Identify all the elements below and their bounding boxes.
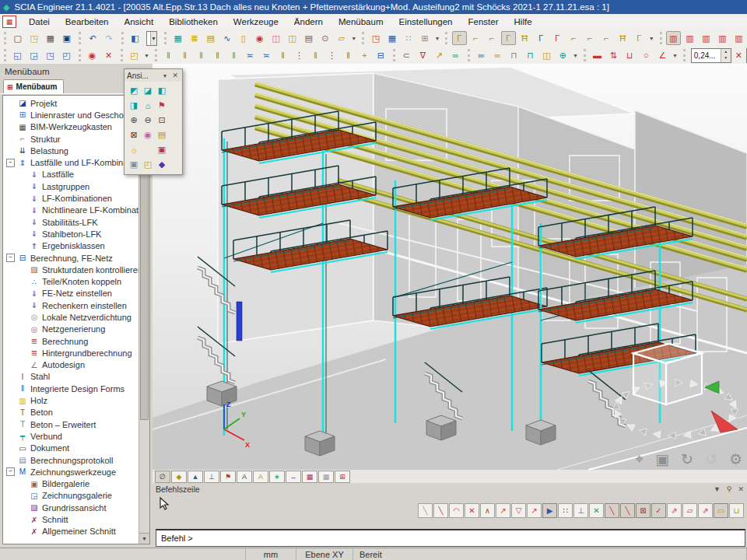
tree-item[interactable]: − ⇊ Belastung: [3, 145, 139, 156]
viewport-tool-button[interactable]: ▣: [655, 450, 669, 468]
toolbar-button[interactable]: ∿: [219, 31, 234, 45]
toolbar-grip[interactable]: [121, 32, 124, 44]
dropdown-caret[interactable]: ▼: [144, 53, 149, 58]
tree-expander[interactable]: −: [6, 254, 15, 262]
view-setting-button[interactable]: A: [253, 471, 268, 483]
status-units[interactable]: mm: [246, 548, 296, 560]
view-setting-button[interactable]: ▦: [318, 471, 334, 483]
view-setting-button[interactable]: ▦: [302, 471, 317, 483]
toolbar-button[interactable]: ▤: [301, 31, 316, 45]
spinner-buttons[interactable]: ▲▼: [721, 49, 731, 62]
toolbar-button[interactable]: ▦: [170, 31, 185, 45]
menu-item[interactable]: Ändern: [286, 14, 331, 30]
view-tool-button[interactable]: ◰: [142, 158, 154, 171]
toolbar-button[interactable]: ▢: [10, 31, 25, 45]
toolbar-grip[interactable]: [4, 32, 6, 44]
toolbar-button[interactable]: ↶: [86, 31, 100, 45]
tree-item[interactable]: − I Stahl: [3, 371, 139, 383]
toolbar-button[interactable]: ↗: [432, 48, 447, 62]
toolbar-grip[interactable]: [121, 49, 123, 61]
toolbar-button[interactable]: ◱: [10, 48, 25, 62]
tree-item[interactable]: − ▭ Dokument: [3, 443, 139, 454]
toolbar-button[interactable]: ⊞: [418, 31, 433, 45]
toolbar-button[interactable]: ⌐: [599, 31, 614, 45]
tree-item[interactable]: − ✗ Allgemeiner Schnitt: [3, 526, 139, 537]
toolbar-button[interactable]: ‖: [194, 48, 209, 62]
view-tool-button[interactable]: ⊡: [156, 114, 168, 127]
view-tool-button[interactable]: ⌂: [142, 99, 154, 112]
toolbar-button[interactable]: Γ: [501, 31, 516, 45]
snap-mode-button[interactable]: ▱: [682, 503, 697, 518]
menu-item[interactable]: Bearbeiten: [58, 14, 117, 30]
toolbar-button[interactable]: ‖: [210, 48, 225, 62]
snap-mode-button[interactable]: ◠: [449, 503, 464, 518]
toolbar-button[interactable]: ⊔: [622, 48, 637, 62]
toolbar-button[interactable]: ◰: [59, 48, 74, 62]
snap-mode-button[interactable]: ∧: [480, 503, 495, 518]
toolbar-grip[interactable]: [584, 49, 586, 61]
command-panel-header[interactable]: Befehlszeile ▼ ⚲ ✕: [153, 483, 747, 495]
toolbar-button[interactable]: ▦: [43, 31, 58, 45]
view-tool-button[interactable]: ☼: [128, 143, 140, 156]
view-tool-button[interactable]: ▤: [156, 128, 168, 142]
tree-item[interactable]: − ≣ Berechnung: [3, 335, 139, 347]
toolbar-button[interactable]: ⌐: [468, 31, 483, 45]
pin-icon[interactable]: ⚲: [727, 485, 732, 493]
toolbar-button[interactable]: ◫: [268, 31, 283, 45]
toolbar-button[interactable]: ∞: [490, 48, 505, 62]
tree-item[interactable]: − ✗ Schnitt: [3, 513, 139, 525]
view-setting-button[interactable]: A: [237, 471, 252, 483]
toolbar-grip[interactable]: [660, 32, 662, 44]
3d-viewport[interactable]: Z Y X ⌖▣↻↺⚙: [153, 64, 747, 470]
menu-item[interactable]: Menübaum: [331, 14, 391, 30]
toolbar-button[interactable]: ⊂: [399, 48, 414, 62]
offset-spinner[interactable]: 0,24... ▲▼: [691, 48, 731, 63]
snap-mode-button[interactable]: ⊠: [636, 503, 651, 518]
view-tool-button[interactable]: ◉: [142, 128, 154, 142]
view-setting-button[interactable]: ∅: [155, 471, 170, 483]
snap-mode-button[interactable]: ⇗: [698, 503, 713, 518]
view-setting-button[interactable]: ⊥: [204, 471, 219, 483]
snap-mode-button[interactable]: ▶: [542, 503, 557, 518]
toolbar-button[interactable]: ▱: [334, 31, 349, 45]
tree-expander[interactable]: −: [6, 159, 15, 167]
toolbar-button[interactable]: ◫: [539, 48, 554, 62]
project-combobox[interactable]: 20035 Alt.Epp.Str.13 Dach ▼: [146, 31, 157, 46]
toolbar-button[interactable]: ∷: [402, 31, 416, 45]
view-tool-button[interactable]: ◩: [128, 84, 140, 97]
tree-item[interactable]: − ▦ BIM-Werkzeugkasten: [3, 121, 139, 133]
view-tool-button[interactable]: ⚑: [156, 99, 168, 112]
tree-item[interactable]: − ┯ Verbund: [3, 430, 139, 442]
toolbar-button[interactable]: ⊕: [556, 48, 570, 62]
tree-item[interactable]: − ▣ Bildergalerie: [3, 478, 139, 490]
tree-item[interactable]: − ⇓ Lastgruppen: [3, 180, 139, 192]
toolbar-button[interactable]: ◰: [127, 48, 142, 62]
snap-mode-button[interactable]: ✕: [589, 503, 604, 518]
panel-caret-icon[interactable]: ▼: [714, 485, 721, 493]
toolbar-button[interactable]: ▥: [682, 31, 697, 45]
view-tool-button[interactable]: ◨: [128, 99, 140, 112]
view-setting-button[interactable]: ⚑: [220, 471, 236, 483]
toolbar-button[interactable]: ∇: [416, 48, 430, 62]
viewport-tool-button[interactable]: ⌖: [635, 450, 644, 468]
menu-item[interactable]: Datei: [21, 14, 58, 30]
toolbar-grip[interactable]: [164, 32, 167, 44]
snap-mode-button[interactable]: ⊥: [573, 503, 588, 518]
toolbar-button[interactable]: ✕: [101, 48, 116, 62]
snap-mode-button[interactable]: ✕: [465, 503, 479, 518]
toolbar-button[interactable]: ◳: [26, 31, 41, 45]
dropdown-caret[interactable]: ▼: [351, 36, 356, 41]
view-tool-button[interactable]: ◧: [156, 84, 168, 97]
toolbar-button[interactable]: ⋮: [324, 48, 339, 62]
toolbar-button[interactable]: ‖: [308, 48, 323, 62]
tree-item[interactable]: − T Beton: [3, 407, 139, 418]
view-tool-button[interactable]: [142, 143, 154, 156]
toolbar-button[interactable]: ‖: [275, 48, 290, 62]
dropdown-caret[interactable]: ▼: [573, 53, 578, 58]
toolbar-button[interactable]: ◳: [43, 48, 58, 62]
toolbar-button[interactable]: ∠: [655, 48, 670, 62]
view-tool-button[interactable]: ▣: [156, 143, 168, 156]
toolbar-button[interactable]: ◫: [285, 31, 300, 45]
view-tool-button[interactable]: ◆: [156, 158, 168, 171]
toolbar-grip[interactable]: [468, 49, 470, 61]
